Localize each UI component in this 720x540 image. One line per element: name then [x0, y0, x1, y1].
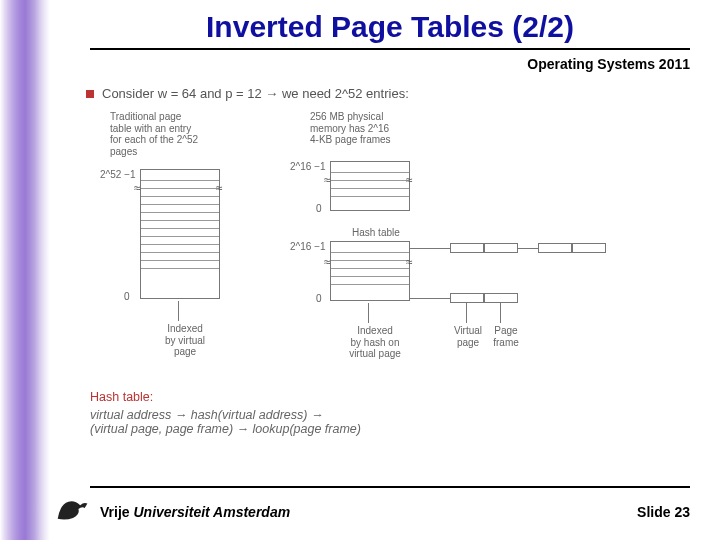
- arrow-line: [178, 301, 179, 321]
- index-216-hash: 2^16 −1: [290, 241, 326, 253]
- page-title: Inverted Page Tables (2/2): [90, 10, 690, 50]
- hash-table: [330, 241, 410, 301]
- page-frame-label: Page frame: [486, 325, 526, 348]
- virtual-page-label: Virtual page: [448, 325, 488, 348]
- arrow-line: [518, 248, 538, 249]
- university-name: Vrije Universiteit Amsterdam: [100, 504, 290, 520]
- traditional-table-label: Traditional page table with an entry for…: [110, 111, 220, 157]
- footer-divider: [90, 486, 690, 488]
- chain-node-frame: [572, 243, 606, 253]
- break-mark-icon: ≈: [134, 181, 141, 195]
- traditional-page-table: [140, 169, 220, 299]
- university-plain: Vrije: [100, 504, 133, 520]
- hash-explanation: Hash table: virtual address → hash(virtu…: [90, 390, 361, 436]
- break-mark-icon: ≈: [406, 255, 413, 269]
- index-zero-mid: 0: [316, 203, 322, 215]
- course-subheader: Operating Systems 2011: [90, 56, 690, 72]
- physical-memory-label: 256 MB physical memory has 2^16 4-KB pag…: [310, 111, 420, 146]
- index-252: 2^52 −1: [100, 169, 136, 181]
- slide-number: 23: [674, 504, 690, 520]
- chain-node-vpage: [538, 243, 572, 253]
- physical-frames-table: [330, 161, 410, 211]
- break-mark-icon: ≈: [324, 255, 331, 269]
- hash-line-2: (virtual page, page frame) → lookup(page…: [90, 422, 361, 436]
- chain-node-frame: [484, 293, 518, 303]
- diagram: Traditional page table with an entry for…: [90, 111, 690, 381]
- break-mark-icon: ≈: [324, 173, 331, 187]
- arrow-line: [410, 298, 450, 299]
- break-mark-icon: ≈: [406, 173, 413, 187]
- university-italic: Universiteit Amsterdam: [133, 504, 290, 520]
- slide-label: Slide: [637, 504, 670, 520]
- arrow-line: [500, 303, 501, 323]
- indexed-by-hash-label: Indexed by hash on virtual page: [340, 325, 410, 360]
- footer: Vrije Universiteit Amsterdam Slide 23: [0, 504, 720, 520]
- consider-text: Consider w = 64 and p = 12 → we need 2^5…: [102, 86, 690, 101]
- chain-node-vpage: [450, 243, 484, 253]
- hash-line-1: virtual address → hash(virtual address) …: [90, 408, 361, 422]
- break-mark-icon: ≈: [216, 181, 223, 195]
- bullet-icon: [86, 90, 94, 98]
- content-area: Consider w = 64 and p = 12 → we need 2^5…: [90, 86, 690, 436]
- arrow-line: [466, 303, 467, 323]
- index-zero-hash: 0: [316, 293, 322, 305]
- arrow-line: [368, 303, 369, 323]
- slide-number-group: Slide 23: [637, 504, 690, 520]
- chain-node-frame: [484, 243, 518, 253]
- index-zero-left: 0: [124, 291, 130, 303]
- slide-body: Inverted Page Tables (2/2) Operating Sys…: [50, 0, 720, 540]
- left-gradient-stripe: [0, 0, 50, 540]
- indexed-by-virtual-label: Indexed by virtual page: [155, 323, 215, 358]
- hash-section-title: Hash table:: [90, 390, 361, 404]
- index-216-top: 2^16 −1: [290, 161, 326, 173]
- hash-table-label: Hash table: [352, 227, 400, 239]
- arrow-line: [410, 248, 450, 249]
- chain-node-vpage: [450, 293, 484, 303]
